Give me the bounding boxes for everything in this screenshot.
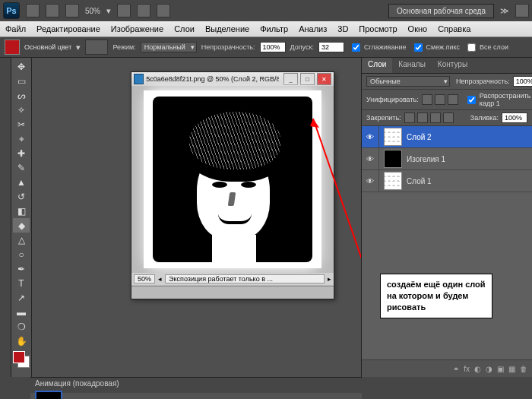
animation-title[interactable]: Анимация (покадровая): [30, 378, 362, 393]
layer-row[interactable]: 👁 Слой 2: [362, 126, 532, 148]
layer-row[interactable]: 👁 Слой 1: [362, 170, 532, 192]
collapsed-panel-strip[interactable]: [0, 58, 11, 377]
adjustment-icon[interactable]: ◑: [486, 365, 492, 373]
mask-icon[interactable]: ◐: [474, 365, 481, 373]
history-brush-tool[interactable]: ↺: [13, 189, 30, 204]
crop-tool[interactable]: ✂: [13, 117, 30, 131]
link-icon[interactable]: ⚭: [453, 365, 459, 373]
visibility-icon[interactable]: 👁: [362, 148, 379, 169]
h-scrollbar[interactable]: [131, 286, 334, 299]
menu-view[interactable]: Просмотр: [353, 24, 402, 33]
antialias-checkbox[interactable]: Сглаживание: [349, 41, 407, 54]
close-button[interactable]: ✕: [317, 73, 331, 85]
menu-window[interactable]: Окно: [403, 24, 433, 33]
tolerance-input[interactable]: 32: [318, 42, 344, 52]
layer-opacity-input[interactable]: 100%: [513, 76, 532, 87]
heal-tool[interactable]: ✚: [13, 146, 30, 160]
bridge-icon[interactable]: [26, 4, 40, 17]
menubar: Файл Редактирование Изображение Слои Выд…: [0, 21, 532, 37]
all-layers-checkbox[interactable]: Все слои: [464, 41, 508, 54]
opacity-input[interactable]: 100%: [260, 42, 286, 52]
document-canvas[interactable]: [144, 90, 321, 268]
image-content: [153, 97, 312, 262]
minimize-button[interactable]: _: [283, 73, 298, 85]
type-tool[interactable]: T: [13, 276, 30, 290]
fill-input[interactable]: 100%: [502, 112, 527, 123]
layer-thumb[interactable]: [384, 128, 402, 146]
fx-icon[interactable]: fx: [464, 365, 470, 373]
layer-name[interactable]: Изогелия 1: [407, 155, 445, 163]
layer-row[interactable]: 👁 Изогелия 1: [362, 148, 532, 170]
layer-name[interactable]: Слой 2: [407, 133, 432, 141]
menu-filter[interactable]: Фильтр: [255, 24, 293, 33]
bucket-tool[interactable]: ◆: [13, 218, 30, 233]
hand-tool[interactable]: ✋: [13, 334, 30, 348]
workspace-switcher[interactable]: Основная рабочая среда: [388, 4, 494, 18]
annotation-callout: создаём ещё один слой на котором и будем…: [380, 274, 492, 318]
lock-icons[interactable]: [404, 112, 454, 123]
zoom-level[interactable]: 50%: [85, 7, 100, 15]
stamp-tool[interactable]: ▲: [13, 175, 30, 189]
visibility-icon[interactable]: 👁: [362, 126, 379, 147]
document-titlebar[interactable]: 5c0a6e8d8f21t.png @ 50% (Слой 2, RGB/8) …: [131, 72, 334, 86]
doc-zoom[interactable]: 50%: [134, 274, 155, 283]
hand-icon[interactable]: [117, 4, 131, 17]
fg-color-label: Основной цвет: [24, 43, 71, 51]
chevron-right-icon[interactable]: ≫: [500, 6, 509, 16]
trash-icon[interactable]: 🗑: [520, 365, 527, 373]
blend-mode-dropdown[interactable]: Обычные: [366, 76, 450, 87]
tab-channels[interactable]: Каналы: [392, 58, 432, 73]
menu-layer[interactable]: Слои: [169, 24, 200, 33]
move-tool[interactable]: ✥: [13, 59, 30, 74]
contiguous-checkbox[interactable]: Смеж.пикс: [411, 41, 461, 54]
eraser-tool[interactable]: ◧: [13, 204, 30, 218]
dodge-tool[interactable]: ○: [13, 247, 30, 261]
color-swatches[interactable]: [13, 351, 30, 368]
maximize-button[interactable]: □: [300, 73, 315, 85]
bucket-tool-icon[interactable]: [5, 40, 20, 55]
history-icon[interactable]: [46, 4, 59, 17]
tab-layers[interactable]: Слои: [362, 58, 392, 73]
pen-tool[interactable]: ✒: [13, 261, 30, 276]
menu-3d[interactable]: 3D: [332, 24, 353, 33]
zoom-icon[interactable]: [137, 4, 150, 17]
rotate-icon[interactable]: [157, 4, 170, 17]
lock-label: Закрепить:: [366, 114, 401, 122]
menu-analysis[interactable]: Анализ: [293, 24, 332, 33]
doc-icon: [134, 74, 144, 84]
animation-panel: Анимация (покадровая) 0 сек. Постоянно |…: [30, 377, 362, 399]
arrange-icon[interactable]: [65, 4, 79, 17]
lasso-tool[interactable]: ᔕ: [13, 88, 30, 103]
thumb-icon[interactable]: [515, 4, 529, 17]
visibility-icon[interactable]: 👁: [362, 170, 379, 192]
scroll-left-icon[interactable]: ◂: [158, 275, 162, 283]
doc-status-text[interactable]: Экспозиция работает только в ...: [165, 274, 325, 283]
unify-icons[interactable]: [422, 94, 458, 105]
blend-mode-select[interactable]: Нормальный: [141, 42, 197, 52]
menu-select[interactable]: Выделение: [200, 24, 255, 33]
new-layer-icon[interactable]: ▦: [508, 365, 515, 373]
menu-image[interactable]: Изображение: [106, 24, 169, 33]
layer-name[interactable]: Слой 1: [407, 177, 432, 185]
shape-tool[interactable]: ▬: [13, 305, 30, 319]
menu-edit[interactable]: Редактирование: [31, 24, 106, 33]
path-tool[interactable]: ↗: [13, 290, 30, 305]
blur-tool[interactable]: △: [13, 233, 30, 247]
3d-tool[interactable]: ❍: [13, 319, 30, 334]
tab-paths[interactable]: Контуры: [432, 58, 473, 73]
menu-file[interactable]: Файл: [0, 24, 31, 33]
toolbox: ✥ ▭ ᔕ ✧ ✂ ⌖ ✚ ✎ ▲ ↺ ◧ ◆ △ ○ ✒ T ↗ ▬ ❍ ✋: [11, 58, 32, 377]
group-icon[interactable]: ▣: [497, 365, 504, 373]
layer-thumb[interactable]: [384, 150, 402, 168]
scroll-right-icon[interactable]: ▸: [328, 275, 331, 283]
propagate-checkbox[interactable]: Распространить кадр 1: [464, 92, 531, 107]
opt-preset-icon[interactable]: [85, 40, 108, 55]
eyedropper-tool[interactable]: ⌖: [13, 131, 30, 146]
marquee-tool[interactable]: ▭: [13, 74, 30, 88]
brush-tool[interactable]: ✎: [13, 160, 30, 175]
wand-tool[interactable]: ✧: [13, 103, 30, 117]
document-statusbar: 50% ◂ Экспозиция работает только в ... ▸: [131, 273, 334, 285]
layer-thumb[interactable]: [384, 172, 402, 190]
menu-help[interactable]: Справка: [432, 24, 476, 33]
animation-frame[interactable]: 0 сек.: [35, 391, 62, 399]
